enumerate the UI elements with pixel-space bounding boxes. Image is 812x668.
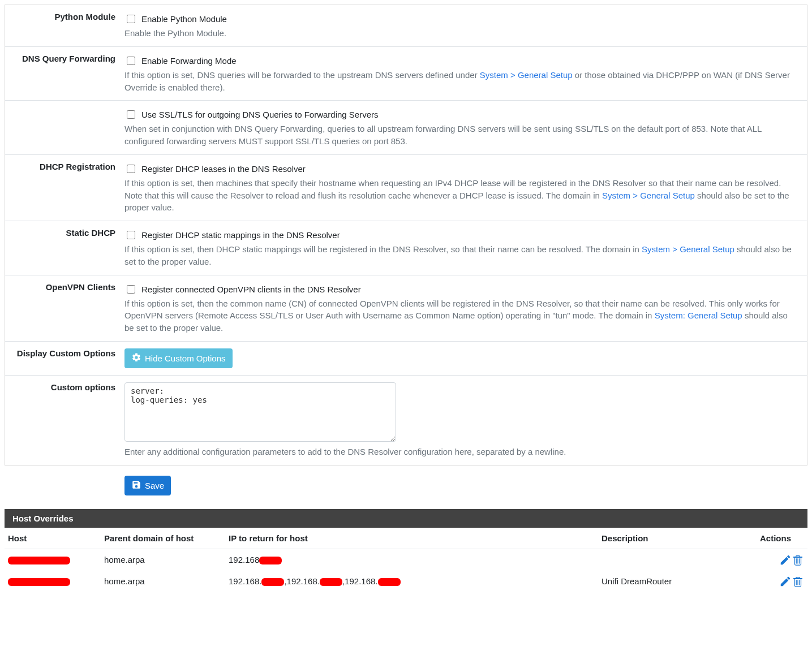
checkbox-label-static-dhcp: Register DHCP static mappings in the DNS… — [141, 230, 340, 240]
row-forwarding-ssl: Use SSL/TLS for outgoing DNS Queries to … — [5, 100, 807, 154]
table-row: home.arpa192.168.,192.168.,192.168.Unifi… — [5, 571, 807, 592]
row-display-custom-options: Display Custom Options Hide Custom Optio… — [5, 341, 807, 375]
edit-icon[interactable] — [779, 575, 792, 588]
edit-icon[interactable] — [779, 554, 792, 566]
row-openvpn-clients: OpenVPN Clients Register connected OpenV… — [5, 275, 807, 341]
cell-parent-domain: home.arpa — [101, 549, 225, 571]
link-system-general-setup[interactable]: System: General Setup — [655, 311, 742, 320]
label-custom-options: Custom options — [11, 380, 121, 460]
delete-icon[interactable] — [792, 554, 804, 566]
help-dhcp-registration: If this option is set, then machines tha… — [124, 177, 798, 214]
help-ssl-tls-forwarding: When set in conjunction with DNS Query F… — [124, 123, 798, 148]
cell-actions — [757, 549, 807, 571]
redacted-ip-suffix — [320, 578, 342, 586]
save-button-label: Save — [145, 481, 164, 490]
save-icon — [131, 480, 141, 492]
row-dns-forwarding: DNS Query Forwarding Enable Forwarding M… — [5, 46, 807, 101]
delete-icon[interactable] — [792, 575, 804, 588]
col-actions: Actions — [757, 528, 807, 549]
checkbox-ssl-tls-forwarding[interactable] — [127, 110, 135, 119]
checkbox-static-dhcp[interactable] — [127, 231, 135, 239]
cell-actions — [757, 571, 807, 592]
cell-parent-domain: home.arpa — [101, 571, 225, 592]
cell-host — [5, 549, 101, 571]
link-system-general-setup[interactable]: System > General Setup — [602, 191, 695, 200]
save-block: Save — [0, 470, 812, 501]
row-python-module: Python Module Enable Python Module Enabl… — [5, 5, 807, 46]
checkbox-label-dhcp-registration: Register DHCP leases in the DNS Resolver — [141, 164, 306, 174]
checkbox-enable-forwarding[interactable] — [127, 57, 135, 65]
cell-host — [5, 571, 101, 592]
checkbox-label-enable-forwarding: Enable Forwarding Mode — [141, 56, 237, 66]
checkbox-dhcp-registration[interactable] — [127, 165, 135, 173]
help-python-module: Enable the Python Module. — [124, 27, 798, 40]
checkbox-python-module[interactable] — [127, 15, 135, 23]
cell-ip: 192.168.,192.168.,192.168. — [225, 571, 598, 592]
label-dhcp-registration: DHCP Registration — [11, 160, 121, 216]
cell-description: Unifi DreamRouter — [598, 571, 757, 592]
checkbox-label-openvpn-clients: Register connected OpenVPN clients in th… — [141, 285, 361, 294]
label-display-custom-options: Display Custom Options — [11, 346, 121, 370]
gear-icon — [131, 352, 141, 364]
link-system-general-setup[interactable]: System > General Setup — [642, 244, 734, 254]
checkbox-label-ssl-tls-forwarding: Use SSL/TLS for outgoing DNS Queries to … — [141, 110, 379, 119]
row-custom-options: Custom options Enter any additional conf… — [5, 375, 807, 465]
cell-description — [598, 549, 757, 571]
save-button[interactable]: Save — [124, 476, 171, 495]
row-dhcp-registration: DHCP Registration Register DHCP leases i… — [5, 154, 807, 221]
col-parent-domain: Parent domain of host — [101, 528, 225, 549]
link-system-general-setup[interactable]: System > General Setup — [480, 70, 573, 80]
redacted-host — [8, 578, 70, 586]
help-dns-forwarding: If this option is set, DNS queries will … — [124, 69, 798, 94]
checkbox-openvpn-clients[interactable] — [127, 285, 135, 294]
hide-custom-options-label: Hide Custom Options — [145, 354, 226, 363]
label-openvpn-clients: OpenVPN Clients — [11, 280, 121, 337]
col-description: Description — [598, 528, 757, 549]
checkbox-label-python-module: Enable Python Module — [141, 14, 227, 24]
help-openvpn-clients: If this option is set, then the common n… — [124, 298, 798, 334]
host-overrides-header: Host Overrides — [5, 509, 807, 528]
redacted-ip-suffix — [378, 578, 401, 586]
settings-panel: Python Module Enable Python Module Enabl… — [5, 5, 807, 466]
redacted-ip-suffix — [259, 557, 282, 564]
help-custom-options: Enter any additional configuration param… — [124, 446, 798, 458]
redacted-ip-suffix — [261, 578, 284, 586]
redacted-host — [8, 557, 70, 564]
host-overrides-table: Host Parent domain of host IP to return … — [5, 528, 807, 592]
label-dns-forwarding: DNS Query Forwarding — [11, 51, 121, 96]
label-static-dhcp: Static DHCP — [11, 226, 121, 270]
row-static-dhcp: Static DHCP Register DHCP static mapping… — [5, 221, 807, 275]
table-row: home.arpa192.168 — [5, 549, 807, 571]
label-python-module: Python Module — [11, 10, 121, 42]
col-host: Host — [5, 528, 101, 549]
col-ip: IP to return for host — [225, 528, 598, 549]
cell-ip: 192.168 — [225, 549, 598, 571]
custom-options-textarea[interactable] — [124, 382, 396, 442]
help-static-dhcp: If this option is set, then DHCP static … — [124, 243, 798, 268]
hide-custom-options-button[interactable]: Hide Custom Options — [124, 348, 233, 368]
